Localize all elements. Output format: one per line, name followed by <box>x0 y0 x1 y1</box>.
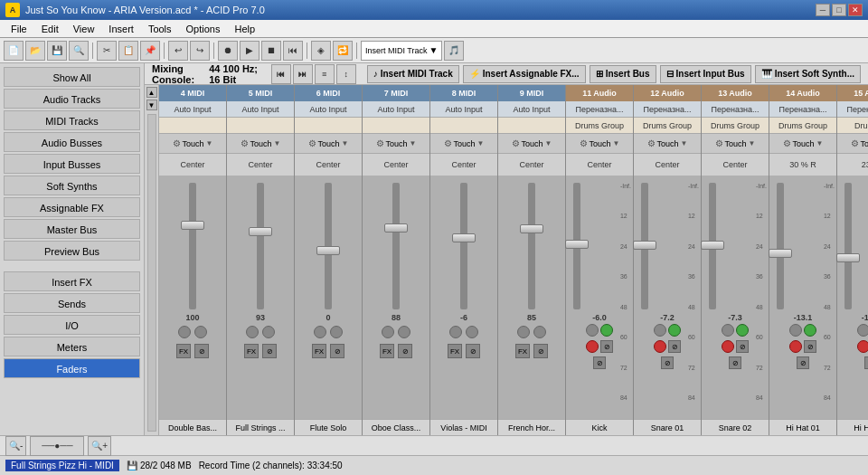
mute-btn-15[interactable] <box>857 324 868 337</box>
fx-btn-4[interactable]: FX <box>176 344 191 358</box>
mute-btn-6[interactable] <box>314 326 326 338</box>
close-button[interactable]: ✕ <box>848 4 863 16</box>
solo-btn-11[interactable] <box>600 324 613 337</box>
play-button[interactable]: ▶ <box>240 41 259 61</box>
record-button[interactable]: ⏺ <box>218 41 238 61</box>
fx-btn-6[interactable]: FX <box>312 344 326 358</box>
zoom-out-button[interactable]: 🔍- <box>5 436 26 456</box>
mute-btn-11[interactable] <box>586 324 599 337</box>
mute-btn-7[interactable] <box>382 326 394 338</box>
mute-btn-13[interactable] <box>722 324 734 337</box>
fader-knob-8[interactable] <box>452 233 476 242</box>
fx-btn-5[interactable]: FX <box>244 344 259 358</box>
mute-btn-4[interactable] <box>178 326 191 338</box>
insert-assign-fx-button[interactable]: ⚡ Insert Assignable FX... <box>463 65 586 83</box>
menu-file[interactable]: File <box>4 22 34 36</box>
mixer-btn2[interactable]: ⏭ <box>293 64 313 84</box>
faders-button[interactable]: Faders <box>4 358 140 378</box>
channel-touch-6[interactable]: ⚙ Touch ▼ <box>295 134 362 154</box>
mute-btn-5[interactable] <box>246 326 259 338</box>
maximize-button[interactable]: □ <box>832 4 846 16</box>
channel-touch-13[interactable]: ⚙ Touch ▼ <box>702 134 769 154</box>
solo-btn-5[interactable] <box>262 326 275 338</box>
solo-btn-9[interactable] <box>533 326 546 338</box>
phase-btn-12[interactable]: ⊘ <box>661 356 674 369</box>
fader-knob-5[interactable] <box>249 227 272 236</box>
mixer-btn3[interactable]: ≡ <box>315 64 335 84</box>
copy-button[interactable]: 📋 <box>118 41 138 61</box>
rec-btn-13[interactable] <box>722 340 734 353</box>
mono-btn-12[interactable]: ⊘ <box>668 340 681 353</box>
solo-btn-7[interactable] <box>398 326 410 338</box>
snap-button[interactable]: ◈ <box>311 41 331 61</box>
midi-tracks-button[interactable]: MIDI Tracks <box>4 110 140 130</box>
fader-knob-9[interactable] <box>520 224 543 233</box>
mute-btn-14[interactable] <box>789 324 802 337</box>
scroll-down-button[interactable]: ▼ <box>146 100 157 110</box>
loop-button[interactable]: 🔁 <box>333 41 353 61</box>
redo-button[interactable]: ↪ <box>190 41 210 61</box>
rewind-button[interactable]: ⏮ <box>283 41 303 61</box>
assignable-fx-button[interactable]: Assignable FX <box>4 197 140 217</box>
channel-touch-5[interactable]: ⚙ Touch ▼ <box>227 134 294 154</box>
solo-btn-8[interactable] <box>466 326 478 338</box>
cut-button[interactable]: ✂ <box>97 41 117 61</box>
meters-button[interactable]: Meters <box>4 337 140 356</box>
io-button[interactable]: I/O <box>4 315 140 335</box>
paste-button[interactable]: 📌 <box>140 41 160 61</box>
new-button[interactable]: 📄 <box>4 41 24 61</box>
solo-btn-4[interactable] <box>194 326 207 338</box>
mixer-btn1[interactable]: ⏮ <box>271 64 291 84</box>
insert-midi-track-button[interactable]: ♪ Insert MIDI Track <box>367 65 459 83</box>
rec-btn-12[interactable] <box>654 340 666 353</box>
channel-touch-14[interactable]: ⚙ Touch ▼ <box>769 134 836 154</box>
metronome-button[interactable]: 🎵 <box>444 41 464 61</box>
phase-btn-11[interactable]: ⊘ <box>593 356 606 369</box>
rec-btn-11[interactable] <box>586 340 599 353</box>
menu-help[interactable]: Help <box>227 22 262 36</box>
undo-button[interactable]: 🔍 <box>69 41 89 61</box>
channel-touch-15[interactable]: ⚙ Touch ▼ <box>837 134 868 154</box>
mono-btn-13[interactable]: ⊘ <box>736 340 749 353</box>
fx-btn-9[interactable]: FX <box>515 344 530 358</box>
menu-edit[interactable]: Edit <box>34 22 66 36</box>
channel-touch-8[interactable]: ⚙ Touch ▼ <box>430 134 497 154</box>
input-busses-button[interactable]: Input Busses <box>4 154 140 174</box>
insert-soft-synth-button[interactable]: 🎹 Insert Soft Synth... <box>755 65 861 83</box>
fx-btn-8[interactable]: FX <box>448 344 462 358</box>
fader-knob-4[interactable] <box>181 221 204 230</box>
fader-knob-6[interactable] <box>316 246 340 255</box>
solo-btn-12[interactable] <box>668 324 681 337</box>
phase-btn-15[interactable]: ⊘ <box>864 356 868 369</box>
menu-view[interactable]: View <box>66 22 102 36</box>
solo-btn-14[interactable] <box>804 324 816 337</box>
fx-btn-7[interactable]: FX <box>380 344 394 358</box>
mono-btn-11[interactable]: ⊘ <box>600 340 613 353</box>
menu-insert[interactable]: Insert <box>101 22 141 36</box>
mute-btn-12[interactable] <box>654 324 666 337</box>
master-bus-button[interactable]: Master Bus <box>4 219 140 239</box>
insert-input-bus-button[interactable]: ⊟ Insert Input Bus <box>660 65 751 83</box>
minimize-button[interactable]: ─ <box>816 4 830 16</box>
fader-knob-13[interactable] <box>701 241 724 250</box>
solo-btn-13[interactable] <box>736 324 749 337</box>
rec-btn-15[interactable] <box>857 340 868 353</box>
show-all-button[interactable]: Show All <box>4 67 140 87</box>
fader-knob-7[interactable] <box>384 223 408 233</box>
channel-touch-9[interactable]: ⚙ Touch ▼ <box>498 134 565 154</box>
mono-btn-14[interactable]: ⊘ <box>804 340 816 353</box>
solo-btn-6[interactable] <box>330 326 343 338</box>
channel-touch-11[interactable]: ⚙ Touch ▼ <box>566 134 633 154</box>
scroll-up-button[interactable]: ▲ <box>146 87 157 98</box>
channel-touch-4[interactable]: ⚙ Touch ▼ <box>159 134 226 154</box>
mixer-btn4[interactable]: ↕ <box>336 64 356 84</box>
channel-touch-12[interactable]: ⚙ Touch ▼ <box>634 134 701 154</box>
preview-bus-button[interactable]: Preview Bus <box>4 241 140 261</box>
channel-touch-7[interactable]: ⚙ Touch ▼ <box>363 134 429 154</box>
menu-tools[interactable]: Tools <box>141 22 179 36</box>
audio-busses-button[interactable]: Audio Busses <box>4 132 140 152</box>
open-button[interactable]: 📂 <box>25 41 45 61</box>
mute-btn-9[interactable] <box>517 326 530 338</box>
fader-knob-15[interactable] <box>836 253 860 262</box>
fader-knob-14[interactable] <box>769 249 792 258</box>
